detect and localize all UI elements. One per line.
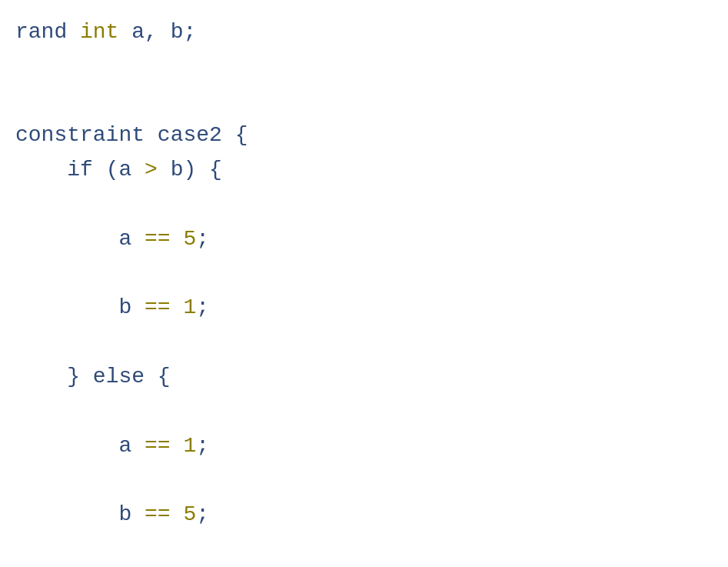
- code-line: b == 5;: [15, 498, 713, 532]
- token: [171, 295, 184, 319]
- token: ==: [145, 502, 171, 526]
- token: if: [67, 158, 93, 182]
- code-line: if (a > b) {: [15, 153, 713, 188]
- token: rand: [15, 20, 80, 44]
- token: constraint: [15, 123, 158, 147]
- code-editor: rand int a, b; constraint case2 { if (a …: [0, 0, 728, 567]
- token: ;: [196, 227, 209, 251]
- code-line: b == 1;: [15, 291, 713, 325]
- code-line: [15, 85, 713, 119]
- token: ==: [145, 227, 171, 251]
- code-line: [15, 325, 713, 360]
- token: [171, 502, 184, 526]
- token: [15, 158, 67, 182]
- token: ;: [196, 434, 209, 458]
- code-line: a == 1;: [15, 429, 713, 464]
- token: 5: [183, 502, 196, 526]
- token: }: [15, 365, 93, 389]
- code-line: [15, 532, 713, 567]
- code-line: } else {: [15, 360, 713, 395]
- token: ;: [196, 502, 209, 526]
- token: ==: [145, 434, 171, 458]
- token: {: [145, 365, 171, 389]
- code-line: [15, 395, 713, 429]
- code-line: constraint case2 {: [15, 118, 713, 153]
- token: case2 {: [158, 123, 248, 147]
- code-block: rand int a, b; constraint case2 { if (a …: [15, 15, 713, 567]
- token: [171, 227, 184, 251]
- token: b: [15, 502, 145, 526]
- code-line: [15, 50, 713, 85]
- token: 5: [183, 227, 196, 251]
- code-line: [15, 188, 713, 222]
- token: a, b;: [118, 20, 196, 44]
- token: ;: [196, 295, 209, 319]
- code-line: [15, 463, 713, 498]
- token: 1: [183, 295, 196, 319]
- token: ==: [145, 295, 171, 319]
- token: b) {: [158, 158, 222, 182]
- token: a: [15, 227, 145, 251]
- token: 1: [183, 434, 196, 458]
- token: int: [80, 20, 118, 44]
- token: [171, 434, 184, 458]
- code-line: rand int a, b;: [15, 15, 713, 50]
- token: b: [15, 295, 145, 319]
- code-line: a == 5;: [15, 222, 713, 257]
- token: (a: [93, 158, 145, 182]
- token: a: [15, 434, 145, 458]
- code-line: [15, 257, 713, 292]
- token: >: [145, 158, 158, 182]
- token: else: [93, 365, 145, 389]
